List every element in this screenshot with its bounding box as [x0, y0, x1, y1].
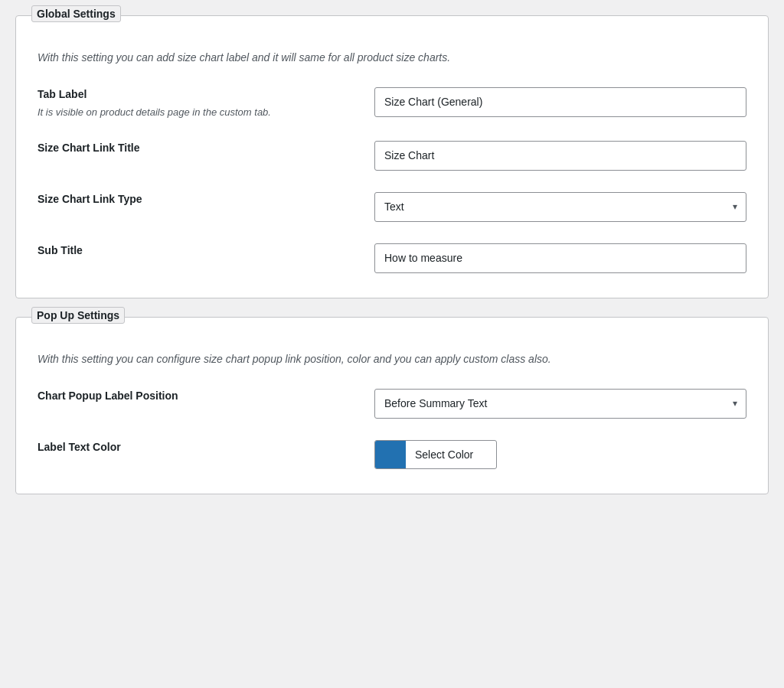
global-settings-title-wrapper: Global Settings	[31, 5, 121, 22]
size-chart-link-type-select-wrapper: Text Button Image ▾	[374, 192, 746, 222]
chart-popup-label-position-field-col: Before Summary Text After Summary Text A…	[374, 389, 746, 419]
sub-title-field-col	[374, 243, 746, 273]
size-chart-link-title-field-col	[374, 141, 746, 171]
popup-settings-description: With this setting you can configure size…	[38, 351, 746, 367]
chart-popup-label-position-row: Chart Popup Label Position Before Summar…	[38, 389, 746, 419]
sub-title-label-col: Sub Title	[38, 243, 374, 259]
tab-label-row: Tab Label It is visible on product detai…	[38, 87, 746, 119]
select-color-button[interactable]: Select Color	[406, 442, 482, 467]
size-chart-link-title-label-col: Size Chart Link Title	[38, 141, 374, 156]
popup-settings-section: Pop Up Settings With this setting you ca…	[15, 317, 769, 494]
chart-popup-label-position-select-wrapper: Before Summary Text After Summary Text A…	[374, 389, 746, 419]
global-settings-description: With this setting you can add size chart…	[38, 50, 746, 66]
popup-settings-title-wrapper: Pop Up Settings	[31, 307, 125, 324]
chart-popup-label-position-label-col: Chart Popup Label Position	[38, 389, 374, 404]
size-chart-link-type-label: Size Chart Link Type	[38, 192, 359, 207]
label-text-color-label-col: Label Text Color	[38, 440, 374, 455]
label-text-color-label: Label Text Color	[38, 440, 359, 455]
sub-title-input[interactable]	[374, 243, 746, 273]
popup-settings-title: Pop Up Settings	[37, 309, 119, 321]
size-chart-link-title-label: Size Chart Link Title	[38, 141, 359, 156]
tab-label-input[interactable]	[374, 87, 746, 117]
sub-title-row: Sub Title	[38, 243, 746, 273]
label-text-color-row: Label Text Color Select Color	[38, 440, 746, 469]
label-text-color-field-col: Select Color	[374, 440, 746, 469]
global-settings-title: Global Settings	[37, 8, 116, 20]
size-chart-link-type-select[interactable]: Text Button Image	[374, 192, 746, 222]
chart-popup-label-position-select[interactable]: Before Summary Text After Summary Text A…	[374, 389, 746, 419]
chart-popup-label-position-label: Chart Popup Label Position	[38, 389, 359, 404]
size-chart-link-type-field-col: Text Button Image ▾	[374, 192, 746, 222]
color-swatch[interactable]	[375, 441, 406, 468]
color-picker-wrapper[interactable]: Select Color	[374, 440, 497, 469]
tab-label-label-col: Tab Label It is visible on product detai…	[38, 87, 374, 119]
size-chart-link-type-row: Size Chart Link Type Text Button Image ▾	[38, 192, 746, 222]
tab-label-label: Tab Label	[38, 87, 359, 103]
sub-title-label: Sub Title	[38, 243, 359, 259]
tab-label-desc: It is visible on product details page in…	[38, 106, 359, 119]
size-chart-link-title-input[interactable]	[374, 141, 746, 171]
tab-label-field-col	[374, 87, 746, 117]
global-settings-section: Global Settings With this setting you ca…	[15, 15, 769, 298]
size-chart-link-title-row: Size Chart Link Title	[38, 141, 746, 171]
size-chart-link-type-label-col: Size Chart Link Type	[38, 192, 374, 207]
